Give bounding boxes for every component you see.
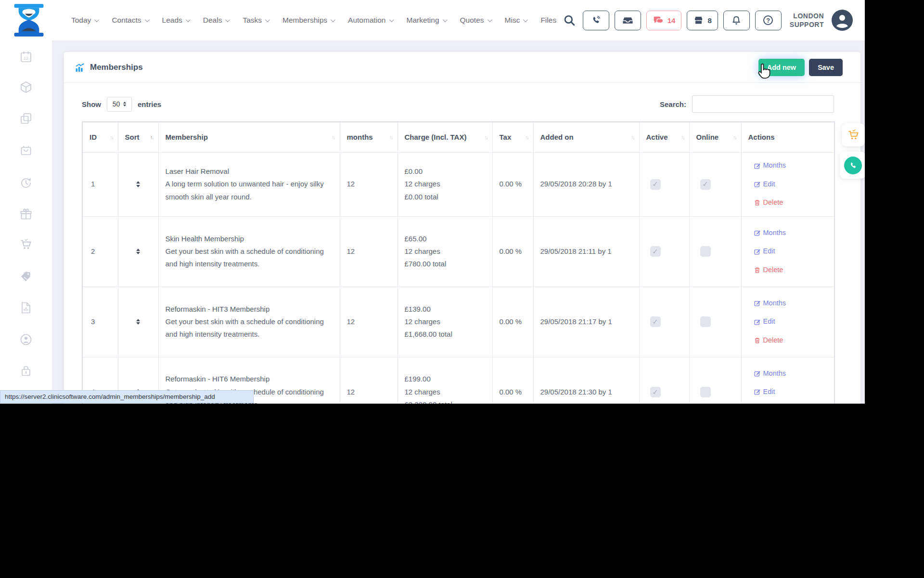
clinicsoftware-logo[interactable] <box>12 3 46 38</box>
col-header-online[interactable]: Online↑↓ <box>689 122 741 152</box>
nav-tasks[interactable]: Tasks <box>243 16 269 25</box>
cell-online <box>689 216 741 287</box>
active-checkbox[interactable] <box>650 179 661 190</box>
col-header-tax[interactable]: Tax↑↓ <box>492 122 533 152</box>
sidebar-lock-icon[interactable] <box>19 364 33 378</box>
nav-today[interactable]: Today <box>71 16 98 25</box>
col-header-active[interactable]: Active↑↓ <box>639 122 689 152</box>
store-button[interactable]: 8 <box>687 11 718 30</box>
sidebar-tags-icon[interactable] <box>19 270 33 283</box>
sidebar-calendar-icon[interactable]: 12 <box>19 50 33 64</box>
chevron-down-icon <box>265 17 270 22</box>
cell-tax: 0.00 % <box>492 357 533 404</box>
edit-link[interactable]: Edit <box>754 245 828 257</box>
edit-link[interactable]: Edit <box>754 315 828 328</box>
edit-icon <box>754 370 760 377</box>
topbar-actions: 14 8 <box>563 0 853 40</box>
drag-handle-icon[interactable] <box>125 181 152 187</box>
notifications-button[interactable] <box>723 11 750 30</box>
online-checkbox[interactable] <box>700 387 711 397</box>
col-header-membership[interactable]: Membership↑↓ <box>158 122 340 152</box>
memberships-table-wrap: ID↑↓ Sort↑↓ Membership↑↓ months↑↓ Charge… <box>82 121 834 404</box>
delete-link[interactable]: Delete <box>754 197 828 209</box>
sidebar-gift-icon[interactable] <box>19 208 33 221</box>
left-icon-sidebar: 12 <box>0 40 52 404</box>
chat-bubbles-icon <box>653 15 664 26</box>
nav-automation[interactable]: Automation <box>348 16 392 25</box>
sidebar-history-icon[interactable] <box>19 176 33 190</box>
col-header-charge[interactable]: Charge (Incl. TAX)↑↓ <box>398 122 492 152</box>
drag-handle-icon[interactable] <box>125 319 152 325</box>
nav-leads[interactable]: Leads <box>162 16 189 25</box>
phone-icon <box>590 15 601 26</box>
save-button[interactable]: Save <box>809 59 843 76</box>
nav-contacts[interactable]: Contacts <box>112 16 148 25</box>
edit-link[interactable]: Edit <box>754 386 828 398</box>
months-link[interactable]: Months <box>754 227 828 239</box>
delete-link[interactable]: Delete <box>754 334 828 346</box>
edit-icon <box>754 163 760 169</box>
active-checkbox[interactable] <box>650 387 661 397</box>
drag-handle-icon[interactable] <box>125 249 152 255</box>
inbox-icon <box>622 15 633 26</box>
table-row: 3 Reformaskin - HIT3 Membership Get your… <box>82 287 834 357</box>
cell-online <box>689 357 741 404</box>
online-checkbox[interactable] <box>700 179 711 190</box>
edit-link[interactable]: Edit <box>754 178 828 190</box>
nav-memberships[interactable]: Memberships <box>282 16 334 25</box>
nav-marketing[interactable]: Marketing <box>407 16 446 25</box>
months-link[interactable]: Months <box>754 368 828 380</box>
cart-icon <box>847 129 860 142</box>
delete-link[interactable]: Delete <box>754 264 828 276</box>
nav-deals[interactable]: Deals <box>203 16 229 25</box>
help-button[interactable] <box>755 11 782 30</box>
page-size-select[interactable]: 50 <box>107 97 132 112</box>
col-header-sort[interactable]: Sort↑↓ <box>118 122 158 152</box>
online-checkbox[interactable] <box>700 246 711 257</box>
membership-name: Reformaskin - HIT3 Membership <box>166 303 333 315</box>
nav-quotes[interactable]: Quotes <box>460 16 491 25</box>
col-header-months[interactable]: months↑↓ <box>340 122 398 152</box>
active-checkbox[interactable] <box>650 316 661 327</box>
online-checkbox[interactable] <box>700 316 711 327</box>
chevron-down-icon <box>331 17 335 22</box>
membership-name: Laser Hair Removal <box>166 165 333 178</box>
sidebar-bag-icon[interactable] <box>19 144 33 157</box>
search-input[interactable] <box>692 95 834 113</box>
cell-membership: Skin Health Membership Get your best ski… <box>158 216 340 287</box>
edit-icon <box>754 181 760 187</box>
select-arrows-icon <box>123 102 126 107</box>
col-header-added-on[interactable]: Added on↑↓ <box>533 122 639 152</box>
active-checkbox[interactable] <box>650 246 661 257</box>
cell-charge: £139.00 12 charges £1,668.00 total <box>398 287 492 357</box>
cell-actions: Months Edit Delete <box>741 357 834 404</box>
sidebar-user-icon[interactable] <box>19 333 33 346</box>
nav-misc[interactable]: Misc <box>505 16 527 25</box>
months-link[interactable]: Months <box>754 297 828 309</box>
sidebar-cube-icon[interactable] <box>19 80 33 94</box>
user-avatar[interactable] <box>831 9 853 31</box>
floating-cart-button[interactable] <box>842 123 865 146</box>
chat-button[interactable]: 14 <box>646 11 682 30</box>
search-icon[interactable] <box>563 14 576 26</box>
col-header-id[interactable]: ID↑↓ <box>82 122 118 152</box>
edit-icon <box>754 300 760 306</box>
add-new-button[interactable]: Add new <box>758 59 805 76</box>
link-preview-statusbar: https://server2.clinicsoftware.com/admin… <box>0 390 254 403</box>
chevron-down-icon <box>443 17 448 22</box>
floating-phone-button[interactable] <box>840 152 865 179</box>
cell-months: 12 <box>340 216 398 287</box>
phone-button[interactable] <box>583 11 609 30</box>
person-icon <box>831 9 853 31</box>
screen: Today Contacts Leads Deals Tasks Members… <box>0 0 924 578</box>
browser-viewport: Today Contacts Leads Deals Tasks Members… <box>0 0 865 404</box>
sort-icon: ↑↓ <box>681 134 684 140</box>
sidebar-cart-icon[interactable] <box>19 238 33 251</box>
edit-icon <box>754 319 760 325</box>
months-link[interactable]: Months <box>754 159 828 171</box>
sidebar-report-icon[interactable] <box>19 301 33 315</box>
sidebar-copy-icon[interactable] <box>19 112 33 125</box>
nav-files[interactable]: Files <box>540 16 556 25</box>
membership-description: Get your best skin with a schedule of co… <box>166 245 333 271</box>
inbox-button[interactable] <box>615 11 641 30</box>
